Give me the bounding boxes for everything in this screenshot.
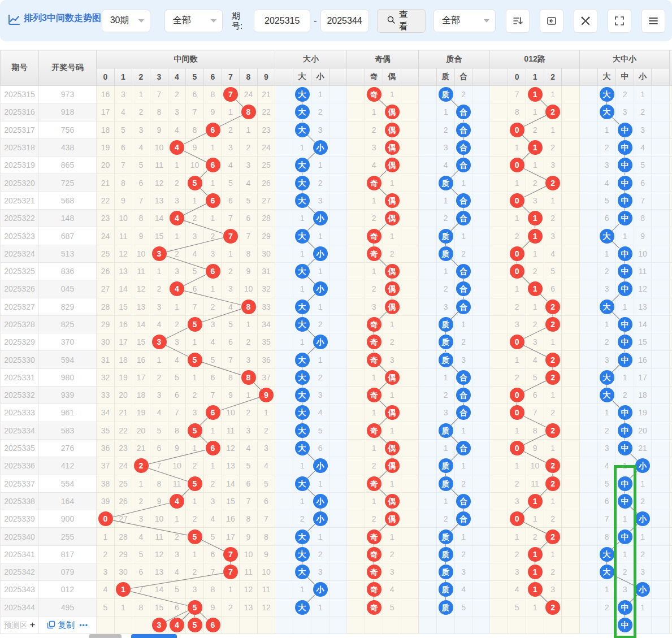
zh-cell <box>419 298 437 315</box>
zh-cell <box>419 315 437 333</box>
trend-ball: 大 <box>295 423 310 438</box>
column-header: 6 <box>204 68 222 86</box>
trend-ball: 5 <box>188 317 202 332</box>
mid-cell: 2 <box>132 103 150 121</box>
lu-cell: 2 <box>544 210 562 227</box>
sort-descending-button[interactable] <box>506 9 530 33</box>
bottom-tab-left[interactable] <box>89 634 122 638</box>
trend-ball: 奇 <box>367 353 381 367</box>
dx-cell <box>275 174 293 192</box>
lu-cell <box>490 227 508 245</box>
dzx-cell <box>652 545 670 563</box>
copy-button[interactable]: 复制 <box>47 620 75 630</box>
dx-cell <box>275 616 293 633</box>
sliver-cell <box>670 422 672 439</box>
table-row: 202533990002731012416872小2偶2合01271小 <box>1 510 672 528</box>
dx-cell <box>275 457 293 475</box>
trend-ball: 小 <box>313 281 328 296</box>
code-cell: 900 <box>39 510 97 528</box>
trend-ball: 质 <box>439 582 453 597</box>
mid-cell: 2 <box>186 510 204 528</box>
dx-cell <box>330 475 347 492</box>
mid-cell: 1 <box>204 457 222 475</box>
dx-cell <box>275 528 293 545</box>
lu-cell: 1 <box>526 581 544 598</box>
jo-cell: 3 <box>365 298 383 315</box>
mid-cell: 6 <box>204 192 222 209</box>
period-to-input[interactable] <box>320 10 369 32</box>
dzx-cell: 1 <box>616 368 634 386</box>
mid-cell: 3 <box>150 298 168 315</box>
sliver-cell <box>670 210 672 227</box>
lu-cell: 2 <box>544 598 562 616</box>
bottom-tab-right[interactable] <box>131 634 177 638</box>
trend-ball: 1 <box>528 211 543 225</box>
period-from-input[interactable] <box>254 10 310 32</box>
menu-button[interactable] <box>641 9 665 33</box>
jo-cell <box>401 157 419 174</box>
mid-cell: 7 <box>132 581 150 598</box>
lu-cell: 3 <box>544 581 562 598</box>
trend-ball: 中 <box>618 140 632 155</box>
mid-cell: 3 <box>150 245 168 262</box>
zh-cell: 2 <box>455 86 472 103</box>
filter-select-2[interactable]: 全部 <box>433 10 496 32</box>
mid-cell: 2 <box>204 475 222 492</box>
trend-ball: 合 <box>456 405 471 420</box>
period-count-select[interactable]: 30期 <box>102 10 150 32</box>
view-button[interactable]: 查看 <box>377 9 426 33</box>
mid-cell: 8 <box>222 368 240 386</box>
lu-cell <box>490 86 508 103</box>
lu-cell <box>562 492 580 510</box>
mid-cell: 13 <box>240 598 258 616</box>
dzx-cell: 中 <box>616 616 634 633</box>
zh-cell <box>472 351 490 368</box>
dx-cell: 3 <box>311 387 330 404</box>
table-row: 202533458335222058511132大5奇1质11822中20 <box>1 422 672 439</box>
zh-cell: 质 <box>437 545 455 563</box>
filter-select-1[interactable]: 全部 <box>164 10 223 32</box>
dx-cell <box>330 368 347 386</box>
zh-cell <box>472 616 490 633</box>
zh-cell: 2 <box>455 475 472 492</box>
lu-cell <box>562 563 580 581</box>
sliver-cell <box>670 192 672 209</box>
zh-cell <box>472 227 490 245</box>
dzx-cell <box>580 528 598 545</box>
mid-cell: 5 <box>186 422 204 439</box>
tools-button[interactable] <box>574 9 597 33</box>
more-options-button[interactable]: ••• <box>79 622 88 630</box>
lu-cell <box>562 404 580 422</box>
mid-cell: 5 <box>240 457 258 475</box>
dx-cell <box>330 245 347 262</box>
trend-ball: 5 <box>188 530 202 544</box>
mid-cell: 1 <box>258 404 275 422</box>
dzx-cell: 7 <box>598 510 616 528</box>
dx-cell: 大 <box>293 387 311 404</box>
jo-cell <box>347 475 365 492</box>
mid-cell: 37 <box>258 368 275 386</box>
trend-ball: 合 <box>456 281 471 296</box>
trend-ball: 大 <box>295 370 310 385</box>
dx-cell <box>330 351 347 368</box>
dx-cell: 小 <box>311 245 330 262</box>
period-cell: 2025325 <box>1 262 39 280</box>
export-button[interactable] <box>540 9 563 33</box>
zh-cell: 4 <box>437 157 455 174</box>
jo-cell <box>401 121 419 138</box>
mid-cell: 2 <box>168 315 186 333</box>
period-cell: 2025335 <box>1 439 39 457</box>
sliver-cell <box>670 86 672 103</box>
add-prediction-button[interactable]: + <box>30 619 36 630</box>
fullscreen-button[interactable] <box>608 9 631 33</box>
mid-cell: 5 <box>115 121 132 138</box>
zh-cell <box>472 439 490 457</box>
zh-cell <box>472 315 490 333</box>
mid-cell: 4 <box>168 351 186 368</box>
code-cell: 687 <box>39 227 97 245</box>
trend-ball: 合 <box>456 264 471 279</box>
sliver-cell <box>670 528 672 545</box>
zh-cell: 2 <box>437 210 455 227</box>
mid-cell: 7 <box>240 492 258 510</box>
lu-cell: 2 <box>508 298 526 315</box>
